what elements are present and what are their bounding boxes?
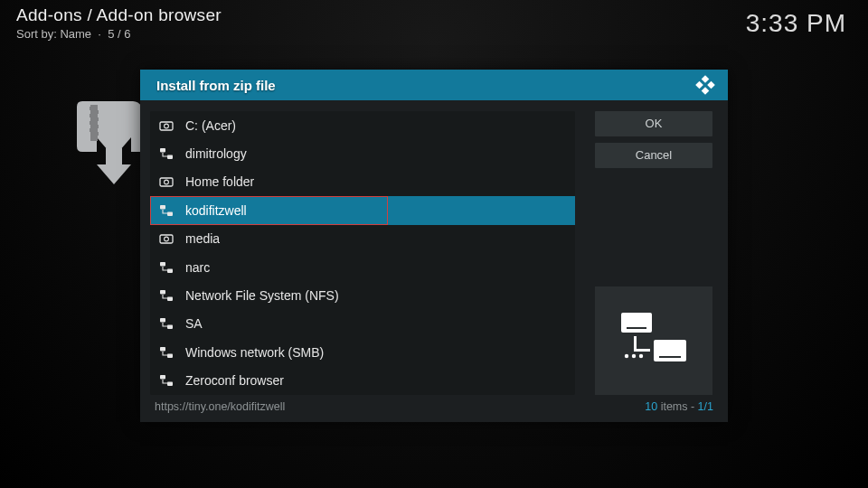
file-source-item[interactable]: dimitrology — [150, 139, 575, 167]
file-source-label: narc — [185, 260, 210, 275]
svg-point-14 — [165, 181, 169, 185]
current-path: https://tiny.one/kodifitzwell — [155, 400, 285, 413]
dialog-header: Install from zip file — [140, 70, 728, 100]
file-source-item[interactable]: kodifitzwell — [150, 196, 575, 224]
svg-rect-3 — [90, 114, 93, 117]
svg-rect-24 — [167, 325, 173, 329]
network-share-icon — [159, 346, 174, 359]
file-source-label: media — [185, 231, 220, 246]
file-source-item[interactable]: Home folder — [150, 168, 575, 196]
file-source-item[interactable]: Zeroconf browser — [150, 367, 575, 395]
svg-rect-6 — [95, 125, 99, 128]
dialog-footer: https://tiny.one/kodifitzwell 10 items -… — [140, 397, 728, 422]
svg-rect-17 — [160, 235, 173, 243]
svg-rect-33 — [634, 336, 637, 349]
svg-rect-2 — [95, 110, 99, 114]
network-share-icon — [159, 261, 174, 274]
drive-icon — [159, 232, 174, 245]
clock: 3:33 PM — [746, 9, 846, 38]
kodi-logo-icon — [693, 73, 717, 97]
file-source-label: Zeroconf browser — [185, 373, 284, 388]
svg-rect-13 — [160, 178, 173, 186]
item-count-text: items - — [657, 400, 697, 413]
file-source-item[interactable]: Windows network (SMB) — [150, 338, 575, 366]
svg-rect-31 — [654, 340, 686, 361]
sort-value: Name — [60, 27, 91, 41]
svg-rect-26 — [167, 353, 173, 357]
item-count-number: 10 — [645, 400, 657, 413]
svg-rect-11 — [160, 148, 165, 152]
svg-rect-23 — [160, 318, 165, 322]
source-preview-icon — [595, 286, 712, 395]
network-share-icon — [159, 374, 174, 387]
svg-rect-22 — [167, 297, 173, 301]
cancel-button[interactable]: Cancel — [595, 143, 712, 168]
svg-rect-32 — [659, 356, 681, 358]
file-source-list[interactable]: C: (Acer)dimitrologyHome folderkodifitzw… — [150, 111, 575, 395]
svg-rect-19 — [160, 262, 165, 266]
svg-rect-16 — [167, 211, 173, 215]
svg-point-37 — [639, 354, 643, 358]
svg-rect-34 — [634, 349, 650, 352]
file-source-label: Network File System (NFS) — [185, 288, 339, 303]
svg-rect-1 — [90, 107, 93, 110]
file-source-item[interactable]: SA — [150, 310, 575, 338]
svg-rect-12 — [167, 155, 173, 159]
svg-rect-9 — [160, 122, 173, 130]
svg-point-36 — [632, 354, 636, 358]
svg-rect-15 — [160, 205, 165, 209]
sort-prefix: Sort by: — [16, 27, 60, 41]
svg-rect-27 — [160, 375, 165, 379]
svg-rect-29 — [621, 313, 652, 333]
file-source-item[interactable]: media — [150, 225, 575, 253]
file-source-label: kodifitzwell — [185, 203, 247, 218]
drive-icon — [159, 175, 174, 188]
page-indicator: 1/1 — [698, 400, 713, 413]
svg-point-18 — [165, 237, 169, 241]
network-share-icon — [159, 204, 174, 217]
file-source-label: Windows network (SMB) — [185, 345, 324, 360]
svg-point-10 — [165, 124, 169, 128]
file-source-item[interactable]: narc — [150, 253, 575, 281]
svg-rect-8 — [95, 132, 99, 136]
file-source-item[interactable]: C: (Acer) — [150, 111, 575, 139]
svg-rect-20 — [167, 268, 173, 272]
file-source-label: C: (Acer) — [185, 118, 236, 133]
svg-rect-21 — [160, 290, 165, 294]
list-position: 5 / 6 — [108, 27, 130, 41]
svg-rect-7 — [90, 128, 93, 132]
file-source-label: SA — [185, 316, 203, 331]
install-from-zip-dialog: Install from zip file C: (Acer)dimitrolo… — [140, 70, 728, 422]
svg-rect-25 — [160, 347, 165, 351]
svg-rect-5 — [90, 121, 93, 125]
svg-rect-30 — [627, 327, 646, 329]
network-share-icon — [159, 289, 174, 302]
svg-rect-28 — [167, 382, 173, 386]
file-source-label: Home folder — [185, 174, 254, 189]
dialog-title: Install from zip file — [156, 78, 276, 93]
network-share-icon — [159, 317, 174, 330]
network-share-icon — [159, 147, 174, 160]
breadcrumb: Add-ons / Add-on browser — [16, 5, 852, 25]
sort-line: Sort by: Name · 5 / 6 — [16, 27, 852, 41]
file-source-label: dimitrology — [185, 146, 247, 161]
svg-rect-4 — [95, 117, 99, 121]
file-source-item[interactable]: Network File System (NFS) — [150, 281, 575, 309]
svg-point-35 — [625, 354, 628, 358]
ok-button[interactable]: OK — [595, 111, 712, 136]
drive-icon — [159, 119, 174, 132]
